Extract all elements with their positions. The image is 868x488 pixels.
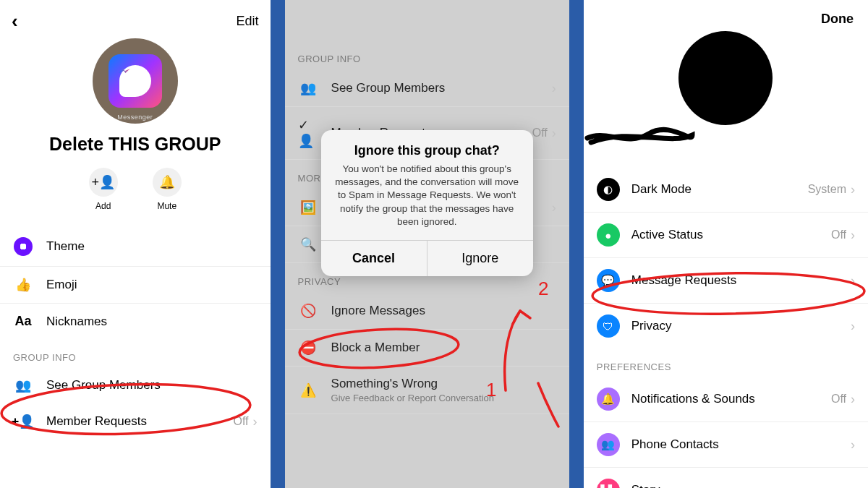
back-icon[interactable]: ‹	[12, 10, 18, 33]
chevron-right-icon: ›	[851, 392, 855, 407]
panel-me-settings: Done ◐ Dark Mode System › ● Active Statu…	[584, 0, 868, 488]
group-avatar[interactable]: Messenger	[93, 38, 178, 124]
warning-icon: ⚠️	[298, 382, 318, 398]
mute-button[interactable]: 🔔 Mute	[153, 168, 182, 211]
members-icon: 👥	[13, 377, 33, 393]
chevron-right-icon: ›	[851, 437, 855, 453]
notifications-row[interactable]: 🔔 Notifications & Sounds Off ›	[584, 377, 868, 422]
chevron-right-icon: ›	[552, 200, 556, 215]
nicknames-row[interactable]: Aa Nicknames	[0, 304, 271, 339]
avatar-caption: Messenger	[117, 114, 153, 121]
story-icon: ▌▌	[597, 479, 620, 488]
section-group-info: GROUP INFO	[0, 339, 271, 367]
see-group-members-row[interactable]: 👥 See Group Members	[0, 367, 271, 403]
chevron-right-icon: ›	[851, 228, 855, 243]
redacted-name-scribble	[584, 125, 696, 148]
active-icon: ●	[597, 223, 620, 247]
alert-title: Ignore this group chat?	[334, 143, 520, 158]
privacy-row[interactable]: 🛡 Privacy ›	[584, 304, 868, 348]
add-user-icon: +👤	[13, 414, 33, 429]
chevron-right-icon: ›	[851, 182, 855, 197]
message-requests-row[interactable]: 💬 Message Requests ›	[584, 258, 868, 304]
panel-ignore-dialog: GROUP INFO 👥 See Group Members › ✓👤 Memb…	[285, 0, 569, 488]
somethings-wrong-row[interactable]: ⚠️ Something's Wrong Give Feedback or Re…	[285, 367, 569, 414]
add-user-check-icon: ✓👤	[298, 117, 318, 149]
chevron-right-icon: ›	[552, 81, 556, 96]
chevron-right-icon: ›	[851, 273, 855, 288]
contacts-icon: 👥	[597, 433, 620, 456]
ignore-button[interactable]: Ignore	[427, 241, 533, 276]
story-row[interactable]: ▌▌ Story ›	[584, 468, 868, 488]
edit-button[interactable]: Edit	[237, 14, 259, 29]
chevron-right-icon: ›	[851, 319, 855, 334]
moon-icon: ◐	[597, 178, 620, 201]
section-group-info-2: GROUP INFO	[285, 40, 569, 70]
bell-icon: 🔔	[159, 174, 175, 190]
chevron-right-icon: ›	[552, 126, 556, 141]
block-member-row[interactable]: ⛔ Block a Member	[285, 330, 569, 367]
emoji-row[interactable]: 👍 Emoji	[0, 267, 271, 304]
active-status-row[interactable]: ● Active Status Off ›	[584, 213, 868, 258]
ignore-alert: Ignore this group chat? You won't be not…	[321, 130, 533, 276]
profile-avatar[interactable]	[678, 31, 773, 125]
done-button[interactable]: Done	[821, 12, 854, 27]
alert-message: You won't be notified about this group's…	[334, 163, 520, 228]
section-preferences: PREFERENCES	[584, 348, 868, 377]
theme-row[interactable]: Theme	[0, 227, 271, 267]
member-requests-row[interactable]: +👤 Member Requests Off ›	[0, 403, 271, 440]
ignore-icon: 🚫	[298, 303, 318, 319]
photo-icon: 🖼️	[298, 200, 318, 215]
ignore-messages-row[interactable]: 🚫 Ignore Messages	[285, 293, 569, 330]
theme-icon	[14, 237, 33, 256]
members-icon: 👥	[298, 80, 318, 96]
group-title: Delete THIS GROUP	[0, 134, 271, 155]
see-members-row-2[interactable]: 👥 See Group Members ›	[285, 70, 569, 107]
add-user-icon: +👤	[92, 174, 116, 190]
bell-icon: 🔔	[597, 388, 620, 411]
thumbs-up-icon: 👍	[13, 277, 33, 293]
message-icon: 💬	[597, 269, 620, 292]
cancel-button[interactable]: Cancel	[321, 241, 427, 276]
block-icon: ⛔	[298, 340, 318, 356]
chevron-right-icon: ›	[253, 414, 258, 429]
dark-mode-row[interactable]: ◐ Dark Mode System ›	[584, 167, 868, 213]
text-icon: Aa	[13, 314, 33, 329]
shield-icon: 🛡	[597, 314, 620, 338]
panel-group-settings: ‹ Edit Messenger Delete THIS GROUP +👤 Ad…	[0, 0, 271, 488]
add-member-button[interactable]: +👤 Add	[89, 168, 118, 211]
phone-contacts-row[interactable]: 👥 Phone Contacts ›	[584, 422, 868, 468]
search-icon: 🔍	[298, 236, 318, 252]
chevron-right-icon: ›	[851, 483, 855, 489]
